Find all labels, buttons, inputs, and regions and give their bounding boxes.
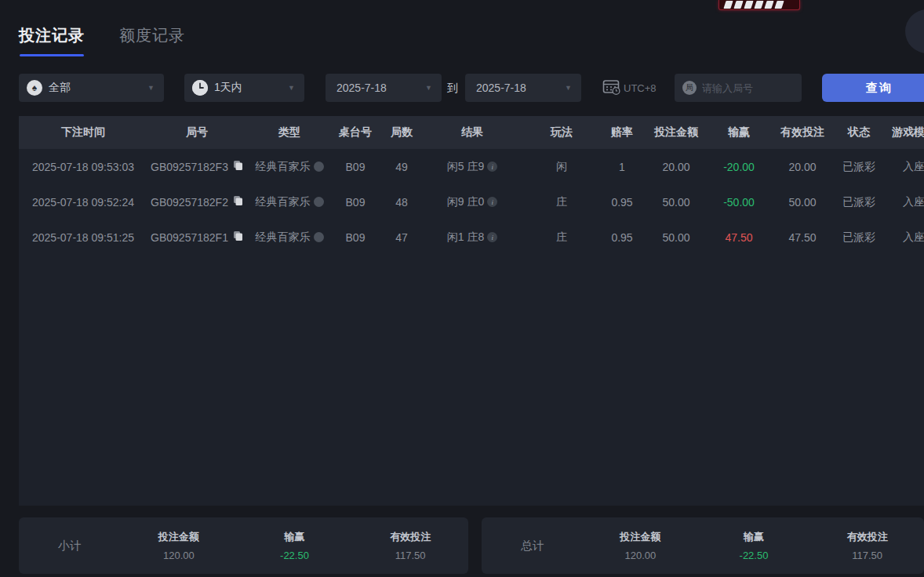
cell-bet-time: 2025-07-18 09:52:24 [19,196,147,209]
total-card: 总计 投注金额 120.00 输赢 -22.50 有效投注 117.50 [482,517,924,574]
cell-valid-bet: 47.50 [766,231,839,244]
table-row: 2025-07-18 09:52:24 GB09257182F2 经典百家乐 B… [19,184,924,220]
date-to-select[interactable]: 2025-7-18 ▼ [465,74,581,102]
cell-win-loss: -50.00 [712,196,766,209]
subtotal-bet-amount-label: 投注金额 [121,530,237,544]
col-header-rounds: 局数 [378,125,425,140]
cell-rounds: 49 [378,161,425,173]
info-icon[interactable]: i [487,232,497,242]
info-icon[interactable]: i [487,161,497,172]
category-value: 全部 [49,81,71,95]
filter-bar: ♠ 全部 ▼ 1天内 ▼ 2025-7-18 ▼ 到 2025-7-18 ▼ [19,74,924,102]
total-win-loss-label: 输赢 [697,530,811,544]
col-header-status: 状态 [839,125,879,140]
round-number-input[interactable] [702,82,792,94]
col-header-valid-bet: 有效投注 [766,125,839,140]
col-header-result: 结果 [425,125,519,140]
table-row: 2025-07-18 09:53:03 GB09257182F3 经典百家乐 B… [19,149,924,184]
round-number-icon: 局 [682,81,697,95]
cell-play: 庄 [519,195,604,209]
cell-odds: 0.95 [604,231,640,244]
cell-result: 闲9 庄0i [425,195,519,209]
col-header-play: 玩法 [519,125,604,140]
date-from-value: 2025-7-18 [336,82,387,94]
cell-type: 经典百家乐 [246,230,333,245]
clock-icon [192,80,208,96]
cell-rounds: 47 [378,231,425,244]
spade-icon: ♠ [27,80,42,96]
cell-odds: 0.95 [604,196,640,209]
summary-section: 小计 投注金额 120.00 输赢 -22.50 有效投注 117.50 总计 … [19,517,924,574]
query-button[interactable]: 查询 [822,74,924,102]
date-to-value: 2025-7-18 [476,82,526,94]
chevron-down-icon: ▼ [288,84,295,92]
col-header-type: 类型 [246,125,333,140]
total-win-loss-value: -22.50 [697,550,811,561]
cell-round-no: GB09257182F2 [147,195,246,209]
col-header-round-no: 局号 [147,125,246,140]
total-label: 总计 [482,539,584,553]
chevron-down-icon: ▼ [147,84,155,92]
total-valid-bet-value: 117.50 [810,550,924,561]
cell-win-loss: -20.00 [712,161,766,173]
cell-odds: 1 [604,161,640,173]
cell-bet-time: 2025-07-18 09:51:25 [19,231,147,244]
betting-records-table: 下注时间 局号 类型 桌台号 局数 结果 玩法 赔率 投注金额 输赢 有效投注 … [19,116,924,506]
cell-round-no: GB09257182F1 [147,230,246,244]
timezone-indicator: UTC+8 [602,74,657,102]
subtotal-card: 小计 投注金额 120.00 输赢 -22.50 有效投注 117.50 [19,517,468,574]
cell-result: 闲1 庄8i [425,230,519,245]
cell-bet-amount: 50.00 [640,231,712,244]
subtotal-valid-bet-label: 有效投注 [352,530,468,544]
tab-betting-records[interactable]: 投注记录 [19,25,85,56]
cell-table-no: B09 [333,161,378,173]
tab-quota-records[interactable]: 额度记录 [119,25,185,56]
col-header-odds: 赔率 [604,125,640,140]
timezone-label: UTC+8 [624,82,657,94]
subtotal-valid-bet-value: 117.50 [352,550,468,561]
cell-table-no: B09 [333,196,378,209]
game-logo-image [718,0,800,10]
chevron-down-icon: ▼ [425,84,432,92]
cell-table-no: B09 [333,231,378,244]
cell-round-no: GB09257182F3 [147,160,246,173]
time-range-select[interactable]: 1天内 ▼ [184,74,304,102]
category-select[interactable]: ♠ 全部 ▼ [19,74,164,102]
cell-bet-amount: 20.00 [640,161,712,173]
cell-game-mode: 入座 [879,195,924,209]
col-header-table-no: 桌台号 [333,125,378,140]
cell-valid-bet: 50.00 [766,196,839,209]
total-valid-bet-label: 有效投注 [810,530,924,544]
cell-rounds: 48 [378,196,425,209]
cell-status: 已派彩 [839,195,879,209]
cell-game-mode: 入座 [879,230,924,245]
cell-game-mode: 入座 [879,160,924,174]
game-badge-icon [314,232,324,242]
cell-status: 已派彩 [839,230,879,245]
subtotal-win-loss-value: -22.50 [237,550,353,561]
total-bet-amount-value: 120.00 [584,550,697,561]
calendar-clock-icon [602,78,621,98]
copy-icon[interactable] [233,230,243,244]
record-tabs: 投注记录 额度记录 [19,25,185,56]
col-header-bet-amount: 投注金额 [640,125,712,140]
date-range-to-label: 到 [447,74,458,102]
date-from-select[interactable]: 2025-7-18 ▼ [326,74,442,102]
game-badge-icon [314,161,324,172]
time-range-value: 1天内 [214,81,242,95]
info-icon[interactable]: i [487,197,497,207]
cell-type: 经典百家乐 [246,195,333,209]
cell-result: 闲5 庄9i [425,160,519,174]
subtotal-bet-amount-value: 120.00 [121,550,237,561]
col-header-bet-time: 下注时间 [19,125,147,140]
col-header-game-mode: 游戏模式 [879,125,924,140]
floating-widget-button[interactable] [905,9,924,53]
cell-status: 已派彩 [839,160,879,174]
cell-play: 闲 [519,160,604,174]
col-header-win-loss: 输赢 [712,125,766,140]
chevron-down-icon: ▼ [565,84,572,92]
round-number-search: 局 [675,74,802,102]
copy-icon[interactable] [233,195,243,209]
copy-icon[interactable] [233,160,243,173]
cell-valid-bet: 20.00 [766,161,839,173]
